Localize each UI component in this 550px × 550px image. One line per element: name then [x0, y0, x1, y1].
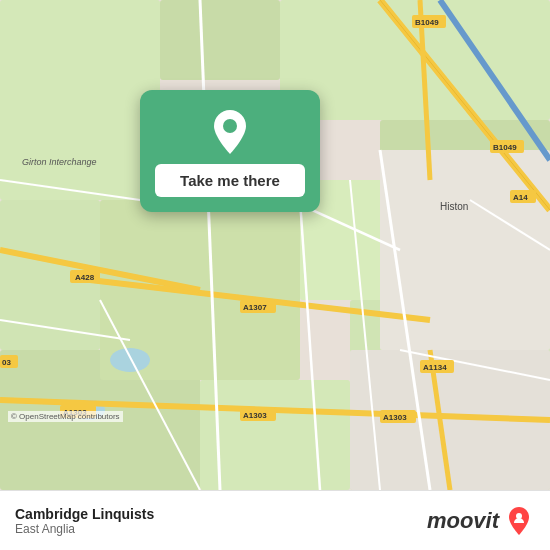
- bottom-bar: Cambridge Linquists East Anglia moovit: [0, 490, 550, 550]
- location-title: Cambridge Linquists: [15, 506, 154, 522]
- svg-text:A1134: A1134: [423, 363, 447, 372]
- svg-point-11: [110, 348, 150, 372]
- moovit-icon: [503, 505, 535, 537]
- moovit-text: moovit: [427, 508, 499, 534]
- svg-text:03: 03: [2, 358, 11, 367]
- svg-rect-2: [160, 0, 280, 80]
- svg-text:A1303: A1303: [243, 411, 267, 420]
- svg-text:A14: A14: [513, 193, 528, 202]
- take-me-there-button[interactable]: Take me there: [155, 164, 305, 197]
- svg-text:B1049: B1049: [493, 143, 517, 152]
- location-pin-icon: [212, 110, 248, 154]
- svg-text:A1307: A1307: [243, 303, 267, 312]
- popup-card: Take me there: [140, 90, 320, 212]
- svg-text:Histon: Histon: [440, 201, 468, 212]
- location-info: Cambridge Linquists East Anglia: [15, 506, 154, 536]
- svg-text:A1303: A1303: [383, 413, 407, 422]
- map-container: A428 A1307 A1303 A1303 A1303 B1049 B1049…: [0, 0, 550, 490]
- svg-rect-7: [200, 380, 350, 490]
- location-subtitle: East Anglia: [15, 522, 154, 536]
- copyright-text: © OpenStreetMap contributors: [8, 411, 123, 422]
- svg-point-55: [223, 119, 237, 133]
- moovit-logo: moovit: [427, 505, 535, 537]
- svg-rect-1: [0, 0, 160, 200]
- svg-text:B1049: B1049: [415, 18, 439, 27]
- svg-text:A428: A428: [75, 273, 95, 282]
- svg-text:Girton Interchange: Girton Interchange: [22, 157, 97, 167]
